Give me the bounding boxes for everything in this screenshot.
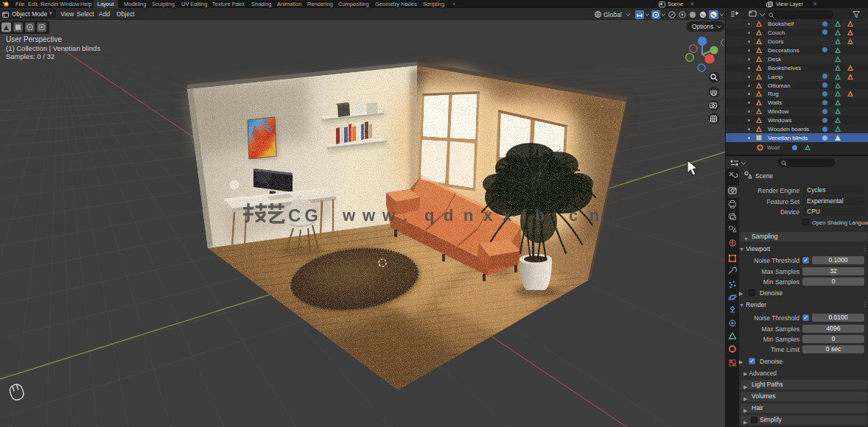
svg-text:b: b [535, 206, 545, 225]
svg-text:n: n [589, 206, 599, 225]
svg-text:d: d [444, 206, 453, 225]
svg-text:Global: Global [603, 11, 622, 18]
svg-text:User Perspective: User Perspective [6, 35, 63, 43]
svg-text:.: . [403, 206, 407, 225]
svg-text:q: q [424, 206, 434, 225]
svg-text:Samples: 0 / 32: Samples: 0 / 32 [6, 52, 55, 60]
svg-text:Options: Options [692, 23, 713, 30]
svg-text:c: c [569, 206, 578, 225]
svg-text:.: . [552, 206, 556, 225]
svg-text:x: x [503, 206, 512, 225]
svg-text:w: w [342, 206, 356, 225]
svg-text:CG: CG [288, 205, 322, 225]
svg-text:n: n [463, 206, 473, 225]
svg-text:x: x [483, 206, 493, 225]
svg-text:(1) Collection | Venetian blin: (1) Collection | Venetian blinds [6, 44, 100, 52]
svg-text:w: w [382, 206, 396, 225]
svg-text:w: w [362, 206, 376, 225]
svg-text:f: f [521, 206, 527, 225]
